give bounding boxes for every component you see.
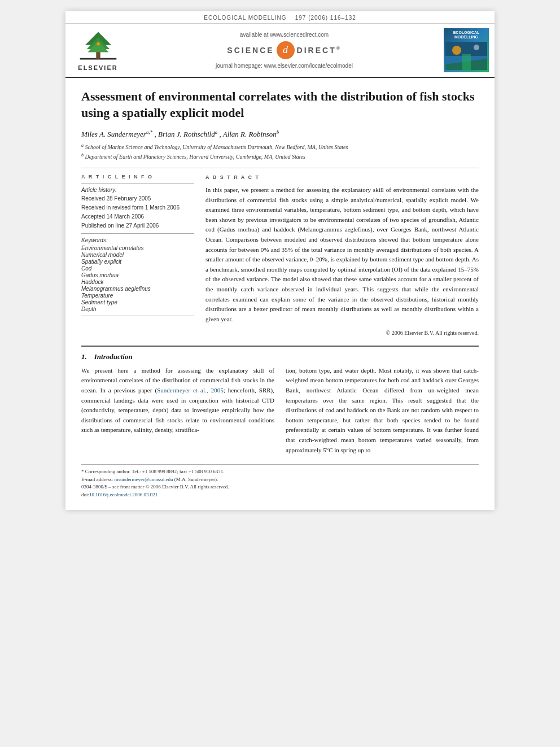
keywords-label: Keywords: [81, 237, 194, 243]
keyword-9: Depth [81, 306, 194, 312]
article-info-header: A R T I C L E I N F O [81, 174, 194, 180]
abstract-col: A B S T R A C T In this paper, we presen… [205, 174, 479, 338]
affiliation-b: Department of Earth and Planetary Scienc… [85, 154, 305, 160]
received-revised: Received in revised form 1 March 2006 [81, 204, 194, 212]
intro-left-text: We present here a method for assessing t… [81, 366, 274, 435]
keyword-8: Sediment type [81, 299, 194, 305]
author2-name: , Brian J. Rothschild [154, 130, 215, 138]
intro-left-col: We present here a method for assessing t… [81, 366, 274, 455]
intro-right-text: tion, bottom type, and water depth. Most… [286, 366, 479, 455]
article-info-abstract: A R T I C L E I N F O Article history: R… [81, 174, 479, 338]
eco-model-cover: ECOLOGICALMODELLING [444, 28, 489, 72]
footnote-email: E-mail address: msundermeyer@umassd.edu … [81, 476, 479, 484]
keyword-1: Numerical model [81, 252, 194, 258]
section-divider-1 [81, 168, 479, 168]
authors-line: Miles A. Sundermeyera,* , Brian J. Roths… [81, 129, 479, 139]
intro-body: We present here a method for assessing t… [81, 366, 479, 455]
info-divider [81, 183, 194, 184]
published: Published on line 27 April 2006 [81, 222, 194, 230]
affiliation-a: School of Marine Science and Technology,… [85, 145, 348, 151]
footnote-corresponding: * Corresponding author. Tel.: +1 508 999… [81, 468, 479, 476]
history-label: Article history: [81, 187, 194, 193]
keyword-4: Gadus morhua [81, 272, 194, 278]
sundermeyer-link[interactable]: Sundermeyer et al., 2005 [157, 387, 223, 394]
header-logos: ELSEVIER available at www.sciencedirect.… [65, 24, 495, 78]
intro-right-col: tion, bottom type, and water depth. Most… [286, 366, 479, 455]
keyword-6: Melanogrammus aeglefinus [81, 286, 194, 292]
sciencedirect-logo: SCIENCE d DIRECT® [227, 41, 341, 59]
abstract-header: A B S T R A C T [205, 174, 479, 182]
svg-rect-11 [462, 54, 471, 70]
page: ECOLOGICAL MODELLING 197 (2006) 116–132 … [65, 11, 495, 510]
journal-volume: 197 (2006) 116–132 [295, 15, 356, 21]
eco-cover-image [445, 42, 487, 70]
author2-sup: a [215, 129, 218, 135]
doi-link[interactable]: 10.1016/j.ecolmodel.2006.03.021 [89, 492, 158, 497]
intro-num: 1. [81, 352, 87, 361]
available-text: available at www.sciencedirect.com [240, 32, 329, 38]
intro-section-title: 1. Introduction [81, 352, 479, 361]
sd-science-text: SCIENCE [227, 46, 274, 55]
email-link[interactable]: msundermeyer@umassd.edu [114, 477, 173, 482]
keywords-end-divider [81, 316, 194, 316]
author1-sup: a,* [146, 129, 152, 135]
journal-homepage: journal homepage: www.elsevier.com/locat… [216, 63, 353, 69]
affiliations: a School of Marine Science and Technolog… [81, 142, 479, 161]
sd-circle-icon: d [277, 41, 295, 59]
abstract-copyright: © 2006 Elsevier B.V. All rights reserved… [205, 329, 479, 338]
footnote-area: * Corresponding author. Tel.: +1 508 999… [81, 464, 479, 499]
elsevier-logo: ELSEVIER [71, 28, 125, 72]
svg-point-10 [474, 45, 479, 50]
section-divider-full [81, 346, 479, 347]
author3-sup: b [277, 129, 279, 135]
intro-title: Introduction [94, 352, 133, 361]
keyword-3: Cod [81, 265, 194, 272]
article-title: Assessment of environmental correlates w… [81, 88, 479, 121]
eco-cover-title: ECOLOGICALMODELLING [453, 30, 480, 40]
keyword-7: Temperature [81, 292, 194, 299]
sd-direct-text: DIRECT® [297, 46, 342, 55]
main-content: Assessment of environmental correlates w… [65, 78, 495, 510]
keyword-5: Haddock [81, 279, 194, 285]
header-center: available at www.sciencedirect.com SCIEN… [129, 28, 439, 72]
journal-header: ECOLOGICAL MODELLING 197 (2006) 116–132 [65, 11, 495, 24]
svg-point-9 [452, 46, 461, 55]
journal-name: ECOLOGICAL MODELLING [204, 15, 286, 21]
footnote-doi: doi:10.1016/j.ecolmodel.2006.03.021 [81, 491, 479, 499]
author3-name: , Allan R. Robinson [219, 130, 276, 138]
received1: Received 28 February 2005 [81, 195, 194, 203]
article-info-col: A R T I C L E I N F O Article history: R… [81, 174, 194, 338]
author1-name: Miles A. Sundermeyer [81, 130, 146, 138]
elsevier-tree-icon [76, 29, 121, 63]
accepted: Accepted 14 March 2006 [81, 213, 194, 221]
elsevier-text-label: ELSEVIER [78, 64, 117, 71]
keyword-0: Environmental correlates [81, 245, 194, 251]
keyword-2: Spatially explicit [81, 259, 194, 265]
abstract-text: In this paper, we present a method for a… [205, 185, 479, 324]
svg-point-5 [97, 42, 100, 46]
keywords-divider [81, 233, 194, 234]
footnote-copyright: 0304-3800/$ – see front matter © 2006 El… [81, 483, 479, 491]
